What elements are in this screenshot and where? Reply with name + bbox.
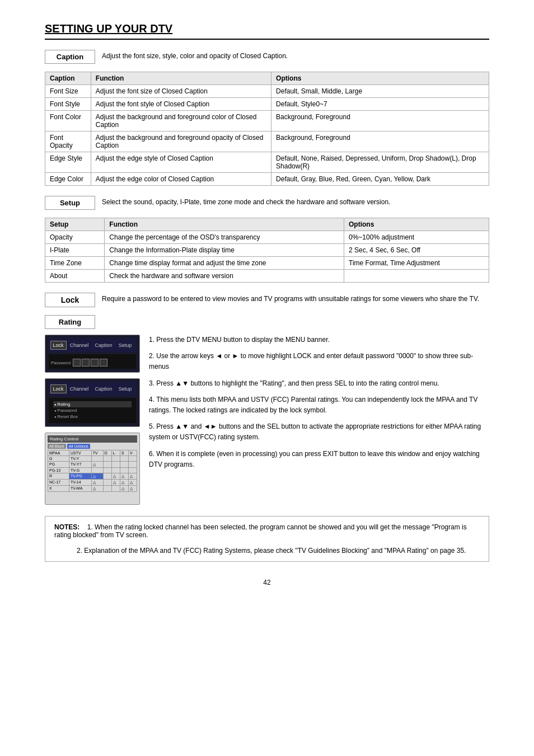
instruction-1: 1. Press the DTV MENU button to display … (149, 335, 489, 345)
setup-row-label: About (45, 270, 105, 283)
setup-row-options: 0%~100% adjustment (344, 231, 489, 244)
all-unblock-btn: All Unblock (67, 444, 90, 449)
caption-row-label: Font Size (45, 85, 91, 98)
menu-item-lock-2: Lock (50, 384, 67, 393)
table-row: Edge Style Adjust the edge style of Clos… (45, 152, 489, 173)
instruction-3: 3. Press ▲▼ buttons to highlight the "Ra… (149, 378, 489, 389)
caption-row-label: Edge Color (45, 173, 91, 186)
table-row: Time Zone Change time display format and… (45, 257, 489, 270)
setup-row-label: Time Zone (45, 257, 105, 270)
password-row: Password (51, 359, 134, 367)
instruction-2-text: 2. Use the arrow keys ◄ or ► to move hig… (149, 352, 473, 370)
rating-control-table: MPAA USTV TV D L S V G TV-Y (48, 450, 137, 492)
menu-item-lock: Lock (50, 341, 67, 350)
pass-box-1 (73, 359, 81, 367)
setup-row-options: Time Format, Time Adjustment (344, 257, 489, 270)
col-v: V (128, 450, 137, 456)
all-block-btn: All Block (48, 444, 66, 449)
col-s: S (120, 450, 128, 456)
caption-row-label: Font Style (45, 98, 91, 111)
submenu-list: Rating Password Reset Box (51, 400, 134, 421)
caption-row-label: Font Color (45, 111, 91, 132)
setup-col-header-1: Setup (45, 218, 105, 231)
instruction-1-text: 1. Press the DTV MENU button to display … (149, 336, 330, 344)
menu-bar-2: Lock Channel Caption Setup (49, 382, 136, 396)
rating-row: G TV-Y (48, 456, 137, 462)
setup-col-header-2: Function (105, 218, 344, 231)
page-title: SETTING UP YOUR DTV (45, 22, 489, 40)
table-row: Font Style Adjust the font style of Clos… (45, 98, 489, 111)
instruction-5: 5. Press ▲▼ and ◄► buttons and the SEL b… (149, 421, 489, 443)
menu-bar-1: Lock Channel Caption Setup (49, 339, 136, 352)
pass-box-2 (82, 359, 90, 367)
screenshot-1: Lock Channel Caption Setup Password (45, 335, 140, 373)
password-boxes (73, 359, 107, 367)
menu-item-caption-2: Caption (92, 384, 115, 393)
setup-row-function: Change the Information-Plate display tim… (105, 244, 344, 257)
setup-section: Setup Select the sound, opacity, I-Plate… (45, 196, 489, 210)
submenu-password: Password (53, 407, 132, 414)
menu-item-channel-2: Channel (67, 384, 92, 393)
col-tv: TV (91, 450, 103, 456)
setup-table: Setup Function Options Opacity Change th… (45, 218, 489, 283)
screenshot-3: Rating Control All Block All Unblock MPA… (45, 433, 140, 505)
menu-item-setup: Setup (116, 341, 135, 350)
rating-row: PG-13 TV-G (48, 468, 137, 473)
caption-row-options: Default, None, Raised, Depressed, Unifor… (271, 152, 489, 173)
caption-row-function: Adjust the background and foreground col… (91, 111, 271, 132)
caption-col-header-3: Options (271, 72, 489, 85)
notes-box: NOTES: 1. When the rating locked channel… (45, 516, 489, 562)
table-row: Font Color Adjust the background and for… (45, 111, 489, 132)
setup-row-label: Opacity (45, 231, 105, 244)
col-ustv: USTV (69, 450, 91, 456)
caption-label: Caption (45, 50, 95, 64)
caption-description: Adjust the font size, style, color and o… (102, 50, 489, 60)
setup-row-function: Check the hardware and software version (105, 270, 344, 283)
instruction-2: 2. Use the arrow keys ◄ or ► to move hig… (149, 351, 489, 372)
screenshots-area: Lock Channel Caption Setup Password (45, 335, 489, 505)
caption-row-function: Adjust the font style of Closed Caption (91, 98, 271, 111)
caption-col-header-2: Function (91, 72, 271, 85)
caption-row-options: Default, Style0~7 (271, 98, 489, 111)
password-label: Password (51, 360, 71, 365)
instruction-5-text: 5. Press ▲▼ and ◄► buttons and the SEL b… (149, 422, 481, 441)
caption-row-function: Adjust the background and foreground opa… (91, 132, 271, 152)
rating-section: Rating (45, 315, 489, 329)
instruction-6: 6. When it is complete (even in processi… (149, 449, 489, 470)
setup-row-function: Change time display format and adjust th… (105, 257, 344, 270)
caption-row-label: Font Opacity (45, 132, 91, 152)
table-row: About Check the hardware and software ve… (45, 270, 489, 283)
setup-row-options: 2 Sec, 4 Sec, 6 Sec, Off (344, 244, 489, 257)
pass-box-3 (91, 359, 99, 367)
table-row: Opacity Change the percentage of the OSD… (45, 231, 489, 244)
rating-row: X TV-MA △△△ (48, 486, 137, 492)
setup-label: Setup (45, 196, 95, 210)
screenshot-column: Lock Channel Caption Setup Password (45, 335, 140, 505)
menu-item-setup-2: Setup (116, 384, 135, 393)
caption-row-options: Background, Foreground (271, 132, 489, 152)
instruction-4-text: 4. This menu lists both MPAA and USTV (F… (149, 396, 477, 414)
rating-row: PG TV-Y7 △ (48, 462, 137, 468)
lock-description: Require a password to be entered to view… (102, 293, 489, 303)
col-mpaa: MPAA (48, 450, 69, 456)
setup-col-header-3: Options (344, 218, 489, 231)
col-d: D (103, 450, 111, 456)
caption-section: Caption Adjust the font size, style, col… (45, 50, 489, 64)
submenu-reset: Reset Box (53, 414, 132, 420)
rating-label: Rating (45, 315, 95, 329)
table-row: Edge Color Adjust the edge color of Clos… (45, 173, 489, 186)
note-2-text: 2. Explanation of the MPAA and TV (FCC) … (54, 547, 466, 555)
notes-spacer (82, 523, 86, 531)
table-row: Font Size Adjust the font size of Closed… (45, 85, 489, 98)
caption-row-function: Adjust the edge style of Closed Caption (91, 152, 271, 173)
caption-row-options: Background, Foreground (271, 111, 489, 132)
setup-row-function: Change the percentage of the OSD's trans… (105, 231, 344, 244)
instruction-3-text: 3. Press ▲▼ buttons to highlight the "Ra… (149, 379, 439, 387)
caption-table: Caption Function Options Font Size Adjus… (45, 72, 489, 186)
submenu-rating: Rating (53, 401, 132, 407)
caption-row-label: Edge Style (45, 152, 91, 173)
caption-row-function: Adjust the edge color of Closed Caption (91, 173, 271, 186)
rating-header-row: All Block All Unblock (48, 444, 137, 449)
menu-item-caption: Caption (92, 341, 115, 350)
notes-title: NOTES: (54, 523, 79, 531)
